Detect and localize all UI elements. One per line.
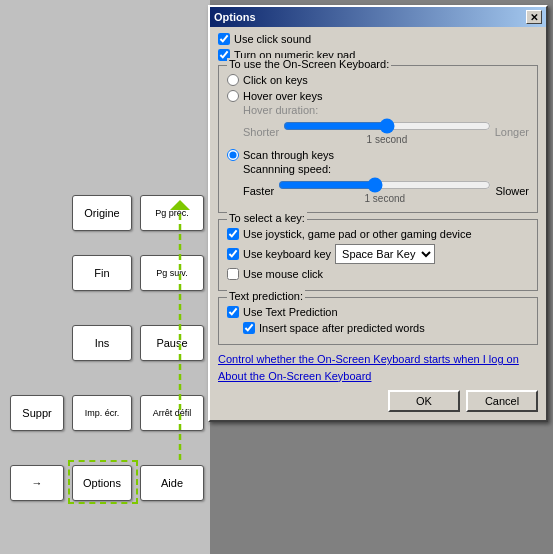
slower-label: Slower <box>495 185 529 197</box>
text-prediction-title: Text prediction: <box>227 290 305 302</box>
click-sound-checkbox[interactable] <box>218 33 230 45</box>
hover-1sec-label: 1 second <box>283 134 491 145</box>
joystick-label: Use joystick, game pad or other gaming d… <box>243 228 472 240</box>
onscreen-group: To use the On-Screen Keyboard: Click on … <box>218 65 538 213</box>
scan-slider-row: Faster 1 second Slower <box>243 177 529 204</box>
keyboard-key[interactable]: Pg préc. <box>140 195 204 231</box>
scanning-speed-label: Scannning speed: <box>243 163 529 175</box>
hover-duration-section: Hover duration: Shorter 1 second Longer <box>243 104 529 145</box>
keyboard-key[interactable]: Imp. écr. <box>72 395 132 431</box>
hover-over-keys-label: Hover over keys <box>243 90 322 102</box>
keyboard-key[interactable]: Pg suiv. <box>140 255 204 291</box>
scan-through-keys-label: Scan through keys <box>243 149 334 161</box>
cancel-button[interactable]: Cancel <box>466 390 538 412</box>
scanning-speed-section: Scannning speed: Faster 1 second Slower <box>243 163 529 204</box>
keyboard-key[interactable]: Fin <box>72 255 132 291</box>
click-on-keys-row: Click on keys <box>227 74 529 86</box>
keyboard-key[interactable]: Pause <box>140 325 204 361</box>
keyboard-key[interactable]: Suppr <box>10 395 64 431</box>
scan-1sec-label: 1 second <box>278 193 491 204</box>
keyboard-key-label: Use keyboard key <box>243 248 331 260</box>
mouse-click-checkbox[interactable] <box>227 268 239 280</box>
text-prediction-group: Text prediction: Use Text Prediction Ins… <box>218 297 538 345</box>
dialog-title: Options <box>214 11 256 23</box>
use-text-prediction-label: Use Text Prediction <box>243 306 338 318</box>
scan-through-keys-radio[interactable] <box>227 149 239 161</box>
insert-space-checkbox[interactable] <box>243 322 255 334</box>
ok-button[interactable]: OK <box>388 390 460 412</box>
hover-slider-row: Shorter 1 second Longer <box>243 118 529 145</box>
mouse-click-row: Use mouse click <box>227 268 529 280</box>
mouse-click-label: Use mouse click <box>243 268 323 280</box>
about-link[interactable]: About the On-Screen Keyboard <box>218 370 371 382</box>
click-sound-row: Use click sound <box>218 33 538 45</box>
joystick-checkbox[interactable] <box>227 228 239 240</box>
select-key-group: To select a key: Use joystick, game pad … <box>218 219 538 291</box>
options-dialog: Options ✕ Use click sound Turn on numeri… <box>208 5 548 422</box>
use-text-prediction-checkbox[interactable] <box>227 306 239 318</box>
use-text-prediction-row: Use Text Prediction <box>227 306 529 318</box>
hover-over-keys-radio[interactable] <box>227 90 239 102</box>
longer-label: Longer <box>495 126 529 138</box>
insert-space-label: Insert space after predicted words <box>259 322 425 334</box>
close-button[interactable]: ✕ <box>526 10 542 24</box>
click-sound-label: Use click sound <box>234 33 311 45</box>
insert-space-row: Insert space after predicted words <box>243 322 529 334</box>
keyboard-key[interactable]: Arrêt défil <box>140 395 204 431</box>
scanning-speed-slider[interactable] <box>278 177 491 193</box>
click-on-keys-label: Click on keys <box>243 74 308 86</box>
scan-through-keys-row: Scan through keys <box>227 149 529 161</box>
scan-slider-container: 1 second <box>278 177 491 204</box>
links-section: Control whether the On-Screen Keyboard s… <box>218 351 538 384</box>
keyboard-key-row: Use keyboard key Space Bar KeyEnter KeyS… <box>227 244 529 264</box>
hover-over-keys-row: Hover over keys <box>227 90 529 102</box>
keyboard-key[interactable]: Aide <box>140 465 204 501</box>
control-link[interactable]: Control whether the On-Screen Keyboard s… <box>218 353 519 365</box>
select-key-group-title: To select a key: <box>227 212 307 224</box>
keyboard-key-select[interactable]: Space Bar KeyEnter KeyShift Key <box>335 244 435 264</box>
keyboard-key[interactable]: Options <box>72 465 132 501</box>
keyboard-key-checkbox[interactable] <box>227 248 239 260</box>
hover-duration-label: Hover duration: <box>243 104 529 116</box>
hover-slider-container: 1 second <box>283 118 491 145</box>
keyboard-key[interactable]: Ins <box>72 325 132 361</box>
dialog-body: Use click sound Turn on numeric key pad … <box>210 27 546 420</box>
click-on-keys-radio[interactable] <box>227 74 239 86</box>
keyboard-key[interactable]: → <box>10 465 64 501</box>
button-row: OK Cancel <box>218 390 538 412</box>
shorter-label: Shorter <box>243 126 279 138</box>
joystick-row: Use joystick, game pad or other gaming d… <box>227 228 529 240</box>
onscreen-group-title: To use the On-Screen Keyboard: <box>227 58 391 70</box>
keyboard-key[interactable]: Origine <box>72 195 132 231</box>
faster-label: Faster <box>243 185 274 197</box>
hover-duration-slider[interactable] <box>283 118 491 134</box>
dialog-titlebar: Options ✕ <box>210 7 546 27</box>
